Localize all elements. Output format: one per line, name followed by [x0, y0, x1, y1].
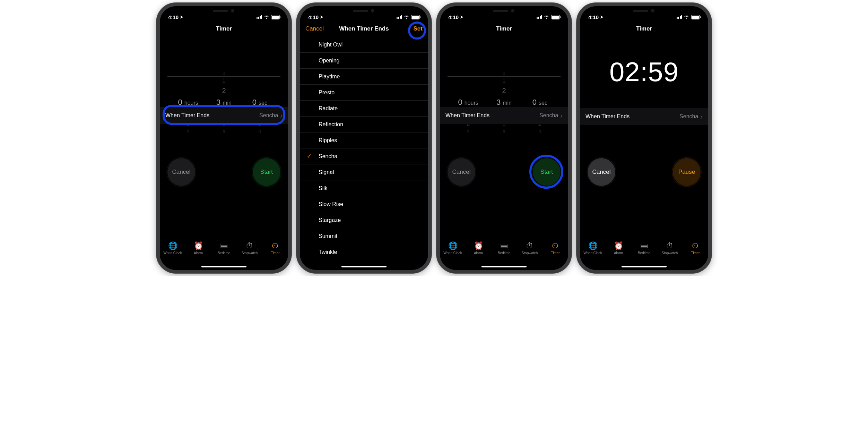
home-indicator[interactable]: [341, 266, 387, 267]
cancel-nav-button[interactable]: Cancel: [305, 25, 324, 32]
tab-bar: 🌐World Clock ⏰Alarm 🛏Bedtime ⏱Stopwatch …: [160, 239, 288, 270]
phone-3: 4:10 ➤ Timer 0hours 1 2 3 0: [436, 3, 572, 273]
sound-option[interactable]: Presto: [300, 85, 428, 101]
duration-picker[interactable]: 0hours 1 2 3 0 1 2 3min 4 5 6 0sec 1: [440, 37, 568, 102]
chevron-right-icon: ›: [280, 112, 283, 119]
tab-world-clock[interactable]: 🌐World Clock: [160, 241, 185, 270]
nav-title: Timer: [496, 25, 512, 32]
sound-option-label: Night Owl: [319, 42, 342, 48]
home-indicator[interactable]: [622, 266, 667, 267]
status-time: 4:10: [308, 14, 319, 20]
sound-option[interactable]: Opening: [300, 53, 428, 69]
phone-4: 4:10 ➤ Timer 02:59 When Timer Ends Sench…: [576, 3, 712, 273]
sound-option[interactable]: Radiate: [300, 101, 428, 117]
duration-picker[interactable]: 0hours 1 2 3 0 1 2 3min 4 5 6 0sec 1: [160, 37, 288, 102]
cellular-signal-icon: [537, 15, 542, 19]
status-time: 4:10: [588, 14, 599, 20]
tab-world-clock[interactable]: 🌐World Clock: [580, 241, 606, 270]
nav-title: When Timer Ends: [339, 25, 389, 32]
cellular-signal-icon: [677, 15, 683, 19]
stopwatch-icon: ⏱: [525, 241, 534, 250]
stopwatch-icon: ⏱: [665, 241, 674, 250]
home-indicator[interactable]: [201, 266, 246, 267]
globe-icon: 🌐: [448, 241, 457, 250]
location-arrow-icon: ➤: [180, 15, 183, 19]
sound-option[interactable]: Night Owl: [300, 37, 428, 53]
chevron-right-icon: ›: [700, 113, 703, 120]
tab-timer[interactable]: ⏲Timer: [262, 241, 288, 270]
status-time: 4:10: [448, 14, 459, 20]
alarm-clock-icon: ⏰: [194, 241, 203, 250]
sound-option-label: Summit: [319, 233, 337, 239]
sound-option-label: Ripples: [319, 137, 337, 144]
battery-icon: [411, 15, 420, 19]
phone-2: 4:10 ➤ Cancel When Timer Ends Set Night …: [296, 3, 432, 273]
alarm-clock-icon: ⏰: [614, 241, 623, 250]
wifi-icon: [404, 15, 409, 19]
status-time: 4:10: [168, 14, 179, 20]
sound-option-label: Sencha: [319, 153, 337, 160]
sound-option[interactable]: Playtime: [300, 69, 428, 85]
sound-option[interactable]: Stargaze: [300, 212, 428, 228]
cellular-signal-icon: [397, 15, 402, 19]
bed-icon: 🛏: [640, 241, 649, 250]
sound-option-label: Twinkle: [319, 249, 337, 255]
when-timer-ends-label: When Timer Ends: [445, 112, 489, 119]
notch: [473, 6, 535, 16]
sound-option-label: Uplift: [319, 265, 331, 266]
when-timer-ends-row[interactable]: When Timer Ends Sencha ›: [440, 107, 568, 124]
when-timer-ends-row[interactable]: When Timer Ends Sencha ›: [160, 107, 288, 124]
stopwatch-icon: ⏱: [245, 241, 254, 250]
bed-icon: 🛏: [219, 241, 228, 250]
cancel-button[interactable]: Cancel: [588, 158, 615, 186]
globe-icon: 🌐: [168, 241, 177, 250]
sound-option[interactable]: Reflection: [300, 117, 428, 132]
sound-option-label: Silk: [319, 185, 328, 191]
tab-timer[interactable]: ⏲Timer: [683, 241, 708, 270]
when-timer-ends-value: Sencha: [259, 112, 278, 119]
sound-option-label: Playtime: [319, 74, 340, 80]
countdown-display: 02:59: [580, 56, 708, 88]
timer-icon: ⏲: [271, 241, 280, 250]
pause-button[interactable]: Pause: [673, 158, 701, 186]
sound-option[interactable]: Twinkle: [300, 244, 428, 260]
when-timer-ends-label: When Timer Ends: [585, 113, 630, 120]
battery-icon: [551, 15, 560, 19]
chevron-right-icon: ›: [560, 112, 563, 119]
start-button[interactable]: Start: [253, 158, 280, 186]
timer-icon: ⏲: [551, 241, 560, 250]
checkmark-icon: ✓: [307, 153, 312, 160]
sound-option-label: Reflection: [319, 121, 343, 128]
cancel-button[interactable]: Cancel: [448, 158, 475, 186]
tab-world-clock[interactable]: 🌐World Clock: [440, 241, 466, 270]
sound-option[interactable]: Ripples: [300, 132, 428, 148]
when-timer-ends-label: When Timer Ends: [165, 112, 209, 119]
sound-option-label: Radiate: [319, 105, 338, 112]
nav-title: Timer: [216, 25, 232, 32]
sound-option-label: Stargaze: [319, 217, 341, 223]
notch: [613, 6, 675, 16]
location-arrow-icon: ➤: [600, 15, 604, 19]
sound-options-list[interactable]: Night OwlOpeningPlaytimePrestoRadiateRef…: [300, 37, 428, 266]
nav-title: Timer: [636, 25, 652, 32]
set-nav-button[interactable]: Set: [414, 25, 423, 32]
sound-option[interactable]: Slow Rise: [300, 196, 428, 212]
notch: [333, 6, 395, 16]
sound-option[interactable]: Signal: [300, 164, 428, 180]
start-button[interactable]: Start: [533, 158, 561, 186]
when-timer-ends-row[interactable]: When Timer Ends Sencha ›: [580, 108, 708, 125]
sound-option[interactable]: Uplift: [300, 260, 428, 266]
home-indicator[interactable]: [481, 266, 527, 267]
alarm-clock-icon: ⏰: [474, 241, 483, 250]
timer-icon: ⏲: [691, 241, 700, 250]
tab-timer[interactable]: ⏲Timer: [542, 241, 568, 270]
phone-1: 4:10 ➤ Timer 0hours 1 2 3 0: [156, 3, 292, 273]
when-timer-ends-value: Sencha: [679, 113, 698, 120]
sound-option[interactable]: Summit: [300, 228, 428, 244]
location-arrow-icon: ➤: [320, 15, 323, 19]
sound-option-label: Presto: [319, 89, 335, 96]
sound-option[interactable]: Silk: [300, 180, 428, 196]
cancel-button[interactable]: Cancel: [167, 158, 195, 186]
battery-icon: [271, 15, 280, 19]
sound-option[interactable]: ✓Sencha: [300, 148, 428, 164]
